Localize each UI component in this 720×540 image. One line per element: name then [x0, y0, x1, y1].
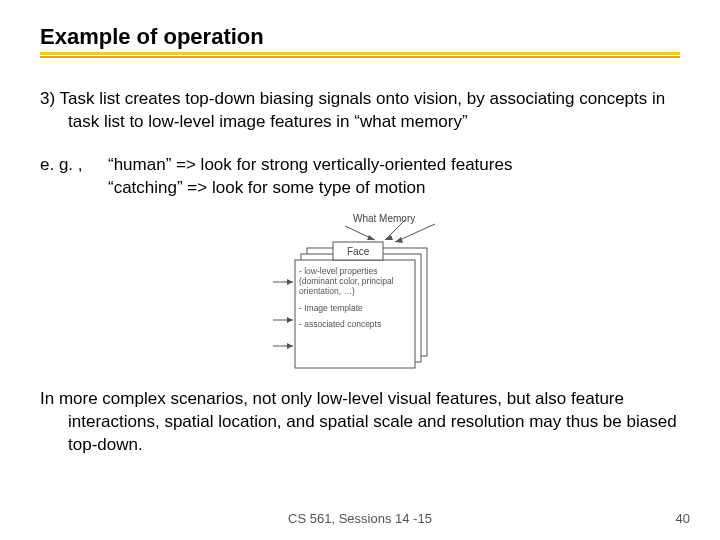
example-label: e. g. , — [40, 154, 108, 200]
page-number: 40 — [676, 511, 690, 526]
example-row: e. g. , “human” => look for strong verti… — [40, 154, 680, 200]
diagram-bullet-2: - Image template — [299, 302, 411, 312]
what-memory-diagram: What Memory Face - low-le — [40, 210, 680, 370]
body-paragraph-2: In more complex scenarios, not only low-… — [68, 388, 680, 457]
title-underline — [40, 52, 680, 60]
body-paragraph-1: 3) Task list creates top-down biasing si… — [68, 88, 680, 134]
diagram-bullet-1: - low-level properties (dominant color, … — [299, 266, 411, 297]
example-line-1: “human” => look for strong vertically-or… — [108, 154, 680, 177]
svg-marker-13 — [287, 317, 293, 323]
svg-marker-5 — [395, 237, 403, 243]
diagram-bullet-3: - associated concepts — [299, 319, 411, 329]
svg-marker-1 — [367, 235, 375, 240]
diagram-card-title: Face — [347, 246, 370, 257]
svg-marker-11 — [287, 279, 293, 285]
example-line-2: “catching” => look for some type of moti… — [108, 177, 680, 200]
diagram-top-label: What Memory — [353, 213, 415, 224]
svg-marker-15 — [287, 343, 293, 349]
slide-footer: CS 561, Sessions 14 -15 — [0, 511, 720, 526]
slide-title: Example of operation — [40, 24, 680, 50]
